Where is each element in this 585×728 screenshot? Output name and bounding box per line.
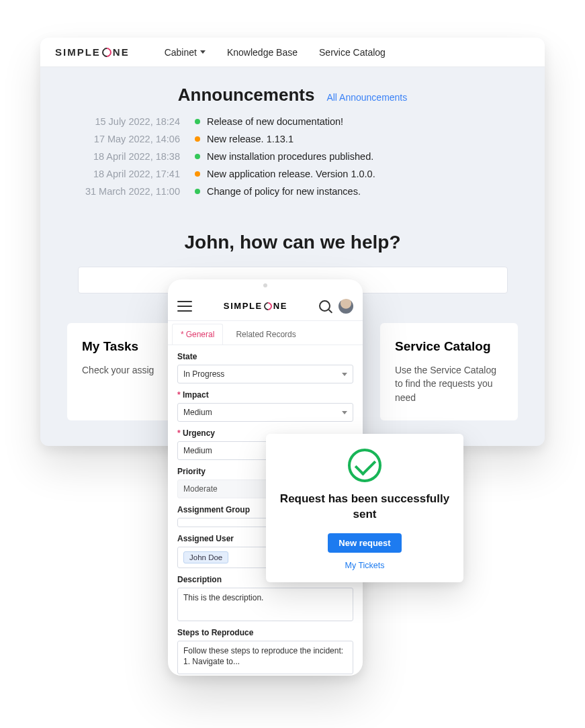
announcement-text: New application release. Version 1.0.0. — [207, 169, 375, 179]
brand-ring-icon — [100, 46, 114, 59]
label-state: State — [177, 352, 353, 361]
chevron-down-icon — [342, 373, 347, 376]
tab-general[interactable]: *General — [172, 324, 223, 345]
nav-cabinet-label: Cabinet — [165, 47, 197, 58]
brand-left: SIMPLE — [55, 46, 101, 58]
brand-ring-icon — [262, 300, 273, 312]
announcement-text: Change of policy for new instances. — [207, 186, 361, 197]
success-toast: Request has been successfully sent New r… — [266, 434, 463, 582]
select-impact[interactable]: Medium — [177, 403, 353, 422]
brand-logo: SIMPLE NE — [55, 46, 130, 58]
greeting: John, how can we help? — [67, 232, 518, 253]
announcements-title: Announcements — [178, 85, 315, 105]
announcement-date: 18 April 2022, 18:38 — [67, 151, 195, 162]
announcement-row[interactable]: 18 April 2022, 17:41New application rele… — [67, 169, 518, 179]
chevron-down-icon — [342, 411, 347, 414]
form-tabs: *General Related Records — [168, 321, 363, 345]
portal-topbar: SIMPLE NE Cabinet Knowledge Base Service… — [40, 38, 545, 67]
announcement-date: 15 July 2022, 18:24 — [67, 116, 195, 127]
card-service-catalog-body: Use the Service Catalog to find the requ… — [395, 363, 503, 404]
textarea-description[interactable]: This is the description. — [177, 588, 353, 621]
all-announcements-link[interactable]: All Announcements — [326, 92, 407, 103]
announcement-row[interactable]: 18 April 2022, 18:38New installation pro… — [67, 151, 518, 162]
announcement-text: New installation procedures published. — [207, 151, 373, 162]
avatar[interactable] — [339, 299, 353, 314]
nav-knowledge-base[interactable]: Knowledge Base — [227, 47, 298, 58]
success-check-icon — [348, 449, 381, 482]
tab-related-records[interactable]: Related Records — [227, 324, 304, 345]
textarea-steps[interactable]: Follow these steps to reproduce the inci… — [177, 641, 353, 674]
select-state[interactable]: In Progress — [177, 365, 353, 383]
nav-cabinet[interactable]: Cabinet — [165, 47, 206, 58]
nav-catalog-label: Service Catalog — [319, 47, 386, 58]
label-impact: Impact — [177, 390, 353, 400]
status-dot-icon — [195, 154, 200, 159]
hamburger-icon[interactable] — [177, 301, 192, 312]
chevron-down-icon — [200, 50, 206, 54]
announcement-row[interactable]: 15 July 2022, 18:24Release of new docume… — [67, 116, 518, 127]
toast-title: Request has been successfully sent — [279, 492, 450, 522]
announcement-date: 18 April 2022, 17:41 — [67, 169, 195, 179]
status-dot-icon — [195, 189, 200, 194]
search-icon[interactable] — [319, 300, 330, 312]
top-nav: Cabinet Knowledge Base Service Catalog — [165, 47, 386, 58]
announcement-row[interactable]: 31 March 2022, 11:00Change of policy for… — [67, 186, 518, 197]
brand-right: NE — [113, 46, 130, 58]
status-dot-icon — [195, 136, 200, 142]
user-pill[interactable]: John Doe — [183, 551, 228, 563]
announcements-header: Announcements All Announcements — [67, 85, 518, 105]
my-tickets-link[interactable]: My Tickets — [279, 561, 450, 570]
card-service-catalog[interactable]: Service Catalog Use the Service Catalog … — [380, 323, 518, 420]
new-request-button[interactable]: New request — [328, 533, 401, 553]
announcement-date: 17 May 2022, 14:06 — [67, 134, 195, 144]
mobile-brand-logo: SIMPLE NE — [224, 301, 287, 311]
status-dot-icon — [195, 119, 200, 124]
label-steps: Steps to Reproduce — [177, 628, 353, 637]
nav-service-catalog[interactable]: Service Catalog — [319, 47, 386, 58]
status-dot-icon — [195, 171, 200, 177]
announcement-text: New release. 1.13.1 — [207, 134, 294, 144]
announcement-row[interactable]: 17 May 2022, 14:06New release. 1.13.1 — [67, 134, 518, 144]
announcements-list: 15 July 2022, 18:24Release of new docume… — [67, 116, 518, 197]
announcement-text: Release of new documentation! — [207, 116, 343, 127]
announcement-date: 31 March 2022, 11:00 — [67, 186, 195, 197]
card-service-catalog-title: Service Catalog — [395, 339, 503, 354]
phone-notch — [263, 283, 267, 287]
nav-kb-label: Knowledge Base — [227, 47, 298, 58]
mobile-topbar: SIMPLE NE — [168, 291, 363, 321]
